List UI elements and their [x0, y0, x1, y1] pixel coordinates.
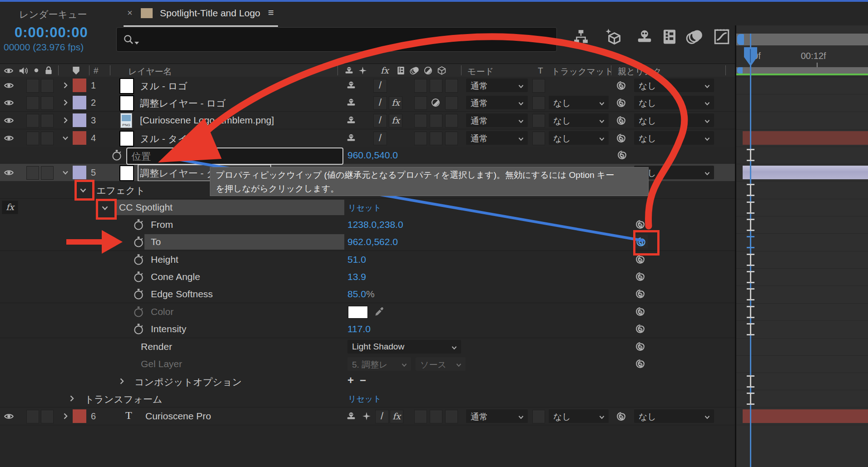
property-pickwhip-icon[interactable] [617, 150, 627, 160]
prop-value[interactable]: 51.0 [347, 254, 366, 265]
prop-row-render[interactable]: Render Light Shadow [0, 338, 735, 356]
timeline-track-area[interactable]: 00f 00:12f [735, 25, 868, 467]
property-pickwhip-icon[interactable] [635, 254, 645, 265]
layer-row-2[interactable]: 2 調整レイヤー - ロゴ / fx 通常 なし なし [0, 94, 735, 112]
twirl-right-icon[interactable] [67, 394, 76, 403]
work-area-bar[interactable] [736, 67, 868, 74]
search-input[interactable] [116, 27, 557, 52]
property-pickwhip-icon[interactable] [635, 359, 645, 369]
property-pickwhip-icon[interactable] [635, 324, 645, 334]
label-color-chip[interactable] [73, 409, 86, 423]
prop-value[interactable]: 13.9 [347, 271, 366, 282]
prop-row-gel-layer[interactable]: Gel Layer 5. 調整レ ソース [0, 355, 735, 373]
layer-4-duration-bar[interactable] [743, 131, 868, 145]
parent-pickwhip-icon[interactable] [616, 411, 626, 422]
ibeam-marker-color[interactable] [747, 306, 754, 318]
effect-name[interactable]: CC Spotlight [119, 202, 173, 213]
switch-cell[interactable] [445, 114, 458, 128]
twirl-right-icon[interactable] [61, 116, 70, 125]
transform-reset-link[interactable]: リセット [348, 393, 382, 404]
track-matte-dropdown[interactable]: なし [549, 113, 609, 127]
effects-group-label[interactable]: エフェクト [96, 184, 145, 197]
blend-mode-dropdown[interactable]: 通常 [466, 409, 528, 423]
label-color-chip[interactable] [73, 79, 86, 92]
transform-label[interactable]: トランスフォーム [84, 393, 162, 406]
prop-label[interactable]: From [151, 219, 173, 230]
parent-dropdown[interactable]: なし [634, 409, 714, 423]
stopwatch-icon[interactable] [111, 149, 123, 161]
switch-cell[interactable] [445, 410, 458, 423]
twirl-down-icon[interactable] [61, 133, 70, 143]
switch-cell[interactable] [430, 114, 442, 128]
transform-group-row[interactable]: トランスフォーム リセット [0, 390, 735, 408]
position-value[interactable]: 960.0,540.0 [347, 150, 398, 161]
eye-icon[interactable] [4, 167, 14, 178]
work-area-start-handle[interactable] [737, 67, 743, 74]
eye-icon[interactable] [4, 98, 14, 108]
quality-switch[interactable]: / [373, 114, 387, 128]
label-color-chip[interactable] [73, 96, 86, 109]
parent-dropdown[interactable]: なし [634, 79, 714, 92]
layer-row-6[interactable]: 6 T Curioscene Pro / fx 通常 なし なし [0, 408, 735, 425]
layer-name[interactable]: ヌル - タイトル [140, 133, 207, 145]
graph-editor-icon[interactable] [713, 28, 730, 45]
add-composite-option-button[interactable]: + [347, 374, 354, 387]
preserve-transparency-cell[interactable] [532, 79, 545, 93]
lock-cell[interactable] [41, 114, 54, 128]
stopwatch-icon[interactable] [133, 236, 144, 248]
parent-pickwhip-icon[interactable] [616, 115, 626, 126]
eye-icon[interactable] [4, 115, 14, 126]
blend-mode-dropdown[interactable]: 通常 [466, 79, 528, 92]
solo-cell[interactable] [26, 132, 39, 145]
prop-value[interactable]: 117.0 [347, 324, 371, 334]
prop-row-height[interactable]: Height 51.0 [0, 251, 735, 269]
label-column-icon[interactable] [71, 65, 81, 76]
ibeam-marker-cc-spotlight[interactable] [747, 202, 754, 214]
shy-switch-icon[interactable] [346, 80, 356, 90]
property-pickwhip-icon[interactable] [635, 289, 645, 299]
quality-switch[interactable]: / [373, 96, 387, 110]
preserve-transparency-cell[interactable] [532, 96, 545, 110]
prop-label[interactable]: Cone Angle [151, 271, 200, 282]
search-options-caret[interactable] [134, 42, 139, 44]
prop-row-intensity[interactable]: Intensity 117.0 [0, 320, 735, 338]
parent-dropdown[interactable]: なし [634, 113, 714, 127]
quality-switch[interactable]: / [373, 132, 387, 145]
switch-cell[interactable] [445, 96, 458, 110]
prop-label[interactable]: Render [141, 341, 172, 352]
lock-cell[interactable] [41, 410, 54, 423]
track-matte-column-header[interactable]: トラックマット [551, 66, 613, 78]
effects-switch[interactable]: fx [389, 114, 402, 128]
layer-name[interactable]: 調整レイヤー - タ [140, 167, 216, 180]
parent-pickwhip-icon[interactable] [616, 80, 626, 91]
prop-label[interactable]: Height [151, 254, 179, 265]
time-navigator-bar[interactable] [736, 34, 868, 45]
solo-cell[interactable] [26, 410, 39, 423]
prop-label[interactable]: To [151, 236, 161, 247]
prop-label[interactable]: Intensity [151, 324, 186, 334]
track-matte-dropdown[interactable]: なし [549, 96, 609, 109]
stopwatch-icon[interactable] [133, 271, 144, 283]
prop-row-cone-angle[interactable]: Cone Angle 13.9 [0, 268, 735, 286]
collapse-transformations-icon[interactable] [362, 411, 372, 421]
compositing-options-row[interactable]: コンポジットオプション + − [0, 373, 735, 390]
layer-6-duration-bar[interactable] [743, 409, 868, 423]
property-pickwhip-icon[interactable] [635, 219, 645, 230]
twirl-right-icon[interactable] [61, 412, 70, 421]
prop-row-edge-softness[interactable]: Edge Softness 85.0% [0, 285, 735, 303]
render-dropdown[interactable]: Light Shadow [347, 340, 461, 354]
layer-name[interactable]: 調整レイヤー - ロゴ [140, 97, 226, 110]
audio-column-icon[interactable] [18, 66, 28, 76]
property-rename-input[interactable]: 位置 [126, 147, 343, 165]
parent-dropdown[interactable]: なし [634, 96, 714, 109]
label-color-chip[interactable] [73, 131, 86, 145]
layer-row-3[interactable]: 3 PNG [Curioscene Logo-Emblem.png] / fx … [0, 112, 735, 129]
ibeam-marker-height[interactable] [747, 254, 754, 266]
motion-blur-icon[interactable] [686, 28, 703, 45]
effect-reset-link[interactable]: リセット [348, 202, 382, 213]
twirl-right-icon[interactable] [61, 81, 70, 90]
effects-switch[interactable]: fx [389, 96, 402, 110]
layer-name[interactable]: Curioscene Pro [145, 411, 211, 422]
effect-enabled-fx-badge[interactable]: fx [2, 201, 18, 214]
preserve-transparency-cell[interactable] [532, 410, 545, 423]
